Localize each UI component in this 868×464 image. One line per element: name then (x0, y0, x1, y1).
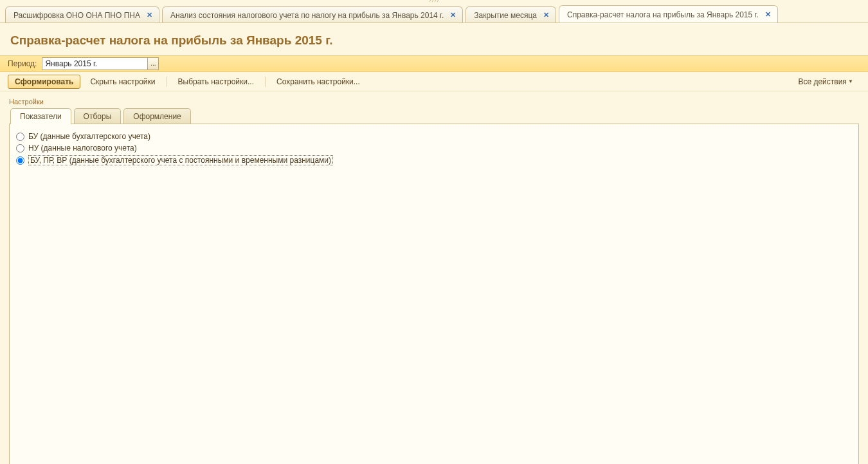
period-label: Период: (8, 59, 37, 68)
settings-group: Настройки Показатели Отборы Оформление Б… (9, 98, 859, 464)
form-button[interactable]: Сформировать (8, 75, 80, 89)
close-icon[interactable]: ✕ (147, 12, 152, 19)
radio-nu[interactable]: НУ (данные налогового учета) (16, 144, 852, 153)
tab-report-2015[interactable]: Справка-расчет налога на прибыль за Янва… (559, 5, 778, 23)
period-input[interactable] (42, 57, 147, 70)
tab-decoding-ono[interactable]: Расшифровка ОНО ОНА ПНО ПНА ✕ (5, 6, 159, 23)
tab-label: Справка-расчет налога на прибыль за Янва… (567, 10, 759, 19)
tab-format[interactable]: Оформление (123, 108, 190, 124)
tab-month-close[interactable]: Закрытие месяца ✕ (466, 6, 556, 23)
period-field-wrap: ... (42, 57, 159, 70)
main-tabbar: Расшифровка ОНО ОНА ПНО ПНА ✕ Анализ сос… (0, 3, 868, 23)
page-title: Справка-расчет налога на прибыль за Янва… (0, 23, 868, 55)
radio-bu-pr-vr-label: БУ, ПР, ВР (данные бухгалтерского учета … (28, 155, 333, 165)
ellipsis-icon: ... (150, 60, 156, 67)
toolbar-separator (265, 77, 266, 87)
close-icon[interactable]: ✕ (765, 11, 771, 18)
radio-bu[interactable]: БУ (данные бухгалтерского учета) (16, 132, 852, 141)
toolbar: Сформировать Скрыть настройки Выбрать на… (0, 72, 868, 91)
radio-bu-label: БУ (данные бухгалтерского учета) (28, 132, 150, 141)
chevron-down-icon: ▼ (847, 79, 853, 84)
close-icon[interactable]: ✕ (543, 12, 549, 19)
period-picker-button[interactable]: ... (147, 57, 159, 70)
settings-tabs: Показатели Отборы Оформление (10, 108, 859, 124)
close-icon[interactable]: ✕ (450, 12, 456, 19)
radio-bu-input[interactable] (16, 133, 24, 141)
radio-bu-pr-vr[interactable]: БУ, ПР, ВР (данные бухгалтерского учета … (16, 155, 852, 165)
tab-indicators[interactable]: Показатели (10, 108, 71, 124)
all-actions-label: Все действия (798, 77, 846, 86)
hide-settings-button[interactable]: Скрыть настройки (83, 75, 162, 89)
all-actions-button[interactable]: Все действия ▼ (791, 75, 860, 89)
tab-filters[interactable]: Отборы (74, 108, 122, 124)
tab-label: Закрытие месяца (474, 11, 537, 20)
settings-legend: Настройки (9, 98, 859, 108)
choose-settings-button[interactable]: Выбрать настройки... (171, 75, 261, 89)
settings-panel: БУ (данные бухгалтерского учета) НУ (дан… (9, 124, 859, 464)
radio-nu-label: НУ (данные налогового учета) (28, 144, 137, 153)
tab-label: Расшифровка ОНО ОНА ПНО ПНА (14, 11, 140, 20)
tab-label: Анализ состояния налогового учета по нал… (170, 11, 444, 20)
tab-analysis-2014[interactable]: Анализ состояния налогового учета по нал… (162, 6, 463, 23)
radio-bu-pr-vr-input[interactable] (16, 156, 24, 165)
period-bar: Период: ... (0, 55, 868, 72)
toolbar-separator (167, 77, 167, 87)
save-settings-button[interactable]: Сохранить настройки... (269, 75, 367, 89)
radio-nu-input[interactable] (16, 144, 24, 153)
